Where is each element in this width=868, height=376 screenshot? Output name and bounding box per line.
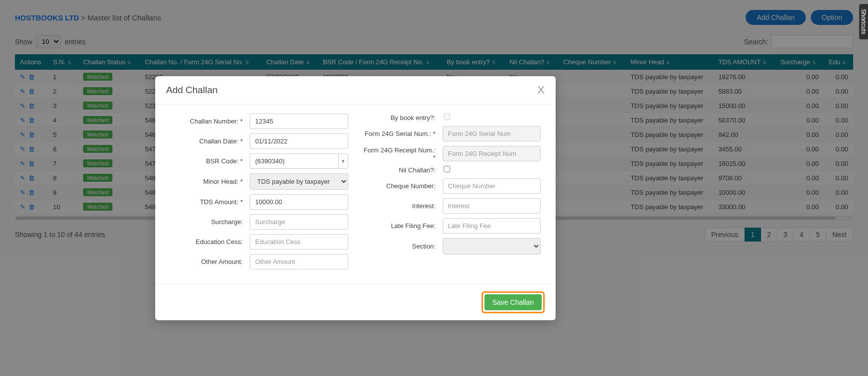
late-filing-fee-input[interactable] <box>443 218 541 234</box>
interest-input[interactable] <box>443 198 541 214</box>
save-challan-button[interactable]: Save Challan <box>484 294 542 310</box>
modal-title: Add Challan <box>166 85 218 96</box>
close-icon[interactable]: X <box>537 84 545 97</box>
surcharge-input[interactable] <box>250 214 348 230</box>
bsr-code-input[interactable] <box>250 153 338 169</box>
tds-amount-input[interactable] <box>250 194 348 210</box>
add-challan-modal: Add Challan X Challan Number: * Challan … <box>155 76 556 320</box>
form24g-receipt-input <box>443 146 541 161</box>
other-amount-input[interactable] <box>250 254 348 269</box>
save-highlight: Save Challan <box>482 291 545 313</box>
challan-date-input[interactable] <box>250 133 348 149</box>
challan-number-input[interactable] <box>250 114 348 129</box>
bsr-dropdown-caret[interactable]: ▼ <box>338 153 348 169</box>
minor-head-select[interactable]: TDS payable by taxpayer <box>250 173 348 190</box>
form24g-serial-input <box>443 126 541 141</box>
nil-challan-checkbox[interactable] <box>444 166 450 172</box>
cheque-number-input[interactable] <box>443 178 541 194</box>
education-cess-input[interactable] <box>250 234 348 250</box>
shortcuts-tab[interactable]: Shortcuts <box>859 4 868 39</box>
book-entry-checkbox[interactable] <box>444 114 450 120</box>
section-select[interactable] <box>443 238 541 254</box>
